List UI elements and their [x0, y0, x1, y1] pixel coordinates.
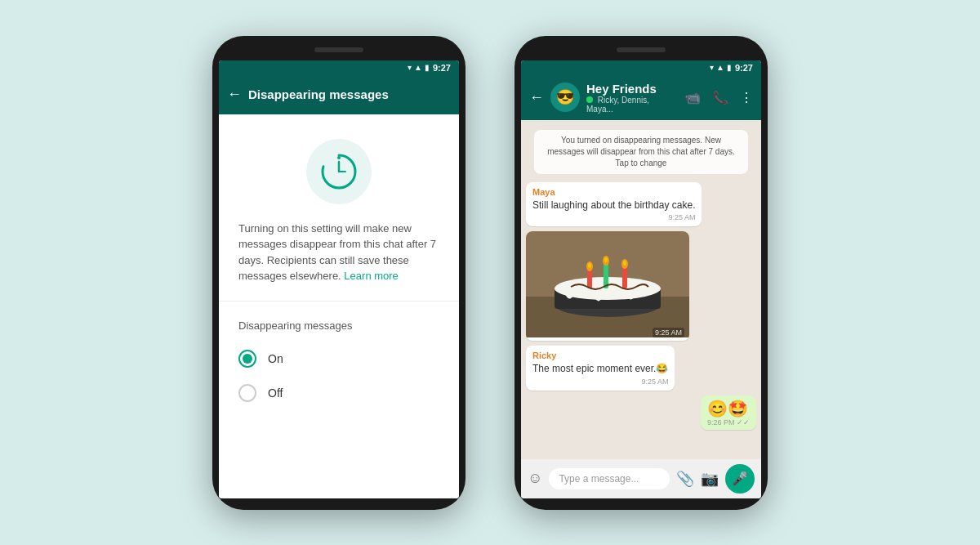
status-icons-2: ▾ ▲ ▮ [710, 63, 732, 72]
learn-more-link[interactable]: Learn more [344, 270, 398, 282]
group-avatar-emoji: 😎 [556, 88, 574, 106]
status-time: 9:27 [433, 63, 451, 73]
status-icons: ▾ ▲ ▮ [408, 63, 430, 72]
header-title-area: Disappearing messages [248, 87, 451, 101]
input-placeholder: Type a message... [559, 473, 639, 485]
video-call-icon[interactable]: 📹 [684, 90, 701, 105]
ricky-message-text: The most epic moment ever.😂 [532, 362, 668, 376]
message-input[interactable]: Type a message... [549, 468, 670, 489]
radio-off-label: Off [268, 386, 283, 400]
ricky-message-time: 9:25 AM [532, 377, 668, 386]
signal-icon-2: ▲ [716, 63, 724, 72]
emoji-content: 😊🤩 [707, 399, 750, 418]
emoji-input-icon[interactable]: ☺ [528, 470, 542, 487]
online-indicator [586, 96, 593, 103]
phone-1: ▾ ▲ ▮ 9:27 ← Disappearing messages [212, 36, 466, 510]
wifi-icon: ▾ [408, 63, 412, 72]
system-message[interactable]: You turned on disappearing messages. New… [534, 130, 748, 174]
setting-description: Turning on this setting will make new me… [219, 221, 459, 301]
chat-input-bar: ☺ Type a message... 📎 📷 🎤 [521, 459, 761, 498]
chat-back-button[interactable]: ← [529, 89, 544, 106]
camera-icon[interactable]: 📷 [701, 470, 719, 488]
battery-icon: ▮ [425, 63, 430, 72]
attach-icon[interactable]: 📎 [676, 470, 694, 488]
option-off[interactable]: Off [219, 376, 459, 410]
group-name: Hey Friends [586, 82, 678, 96]
maya-message-time: 9:25 AM [532, 213, 695, 221]
svg-point-17 [623, 261, 626, 266]
cake-image [526, 231, 689, 337]
battery-icon-2: ▮ [727, 63, 732, 72]
ricky-sender-name: Ricky [532, 351, 668, 360]
back-button[interactable]: ← [227, 86, 242, 103]
chat-header: ← 😎 Hey Friends Ricky, Dennis, Maya... 📹… [521, 75, 761, 120]
ricky-text-bubble: Ricky The most epic moment ever.😂 9:25 A… [526, 346, 675, 391]
phone-1-header: ← Disappearing messages [219, 75, 459, 114]
emoji-time: 9:26 PM ✓✓ [707, 418, 750, 427]
maya-message-text: Still laughing about the birthday cake. [532, 199, 695, 212]
svg-rect-11 [622, 266, 627, 288]
disappearing-settings-screen: Turning on this setting will make new me… [219, 114, 459, 498]
cake-image-time: 9:25 AM [653, 328, 684, 337]
description-text: Turning on this setting will make new me… [238, 222, 436, 283]
phone-2-speaker [617, 47, 666, 52]
timer-icon-area [219, 114, 459, 221]
phone-2-status-bar: ▾ ▲ ▮ 9:27 [521, 60, 761, 75]
timer-icon [318, 151, 359, 192]
system-message-text: You turned on disappearing messages. New… [547, 136, 735, 168]
emoji-own-bubble: 😊🤩 9:26 PM ✓✓ [701, 395, 756, 430]
phone-1-status-bar: ▾ ▲ ▮ 9:27 [219, 60, 459, 75]
mic-button[interactable]: 🎤 [725, 464, 755, 494]
maya-text-bubble: Maya Still laughing about the birthday c… [526, 182, 702, 227]
svg-point-13 [588, 263, 591, 268]
radio-on-label: On [268, 352, 283, 365]
svg-point-15 [604, 257, 608, 262]
radio-on-button[interactable] [238, 350, 256, 368]
option-on[interactable]: On [219, 342, 459, 376]
cake-image-bubble[interactable]: 9:25 AM [526, 231, 689, 341]
chat-header-icons: 📹 📞 ⋮ [684, 90, 753, 105]
phone-2: ▾ ▲ ▮ 9:27 ← 😎 Hey Friends Ricky, Dennis… [514, 36, 768, 510]
group-avatar: 😎 [550, 83, 580, 112]
status-time-2: 9:27 [735, 63, 753, 73]
disappearing-messages-title: Disappearing messages [248, 87, 451, 101]
more-options-icon[interactable]: ⋮ [740, 90, 753, 105]
phone-call-icon[interactable]: 📞 [712, 90, 728, 105]
divider [219, 301, 459, 302]
maya-sender-name: Maya [532, 187, 695, 197]
radio-off-button[interactable] [238, 384, 256, 402]
signal-icon: ▲ [414, 63, 422, 72]
chat-messages-area: You turned on disappearing messages. New… [521, 120, 761, 459]
radio-on-indicator [243, 354, 252, 364]
group-members: Ricky, Dennis, Maya... [586, 96, 678, 114]
phone-2-screen: ▾ ▲ ▮ 9:27 ← 😎 Hey Friends Ricky, Dennis… [521, 60, 761, 498]
section-label: Disappearing messages [219, 311, 459, 342]
phone-1-speaker [314, 47, 363, 52]
wifi-icon-2: ▾ [710, 63, 714, 72]
group-info[interactable]: Hey Friends Ricky, Dennis, Maya... [586, 82, 678, 114]
svg-point-1 [337, 156, 341, 159]
phone-1-screen: ▾ ▲ ▮ 9:27 ← Disappearing messages [219, 60, 459, 498]
group-subtitle: Ricky, Dennis, Maya... [586, 96, 649, 114]
timer-circle [306, 139, 372, 204]
